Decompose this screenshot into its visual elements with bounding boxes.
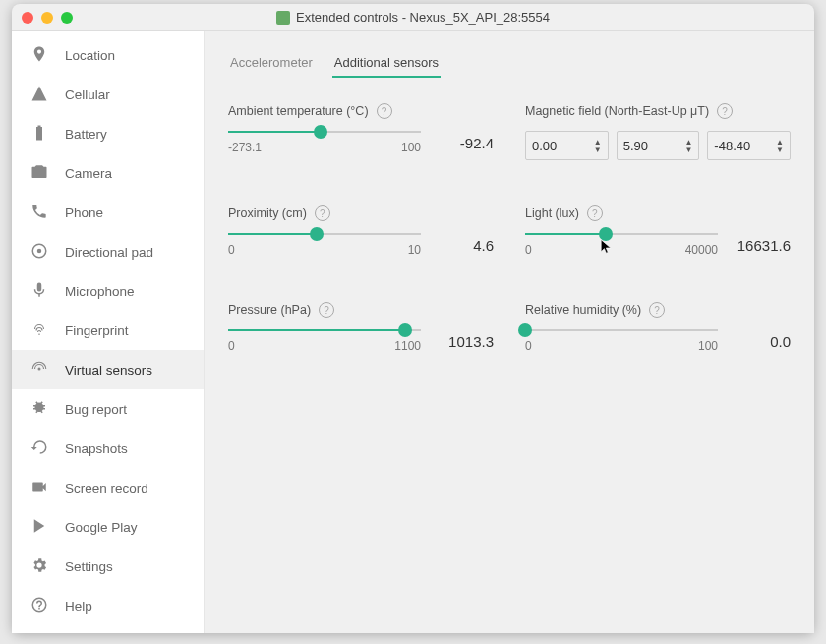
battery-icon xyxy=(30,124,49,145)
help-icon[interactable]: ? xyxy=(377,103,392,119)
snapshot-icon xyxy=(30,439,49,459)
light-value: 16631.6 xyxy=(732,237,791,254)
help-icon[interactable]: ? xyxy=(319,302,334,318)
svg-point-2 xyxy=(38,367,41,370)
camera-icon xyxy=(30,163,49,184)
tab-additional-sensors[interactable]: Additional sensors xyxy=(332,49,441,78)
sidebar-item-camera[interactable]: Camera xyxy=(12,153,204,193)
play-icon xyxy=(30,517,49,538)
proximity-label: Proximity (cm) xyxy=(228,206,307,220)
pressure-block: Pressure (hPa) ? 0 1100 xyxy=(228,302,494,353)
magnetic-field-block: Magnetic field (North-East-Up μT) ? 0.00… xyxy=(525,103,791,160)
magnetic-y-stepper[interactable]: 5.90 ▲▼ xyxy=(617,131,700,160)
light-label: Light (lux) xyxy=(525,206,579,220)
sidebar-item-record[interactable]: Screen record xyxy=(12,468,204,507)
sidebar-item-location[interactable]: Location xyxy=(12,35,204,75)
humidity-label: Relative humidity (%) xyxy=(525,303,641,317)
window-title: Extended controls - Nexus_5X_API_28:5554 xyxy=(296,10,550,25)
close-button[interactable] xyxy=(22,12,33,24)
humidity-slider[interactable] xyxy=(525,329,718,331)
sidebar-item-phone[interactable]: Phone xyxy=(12,193,204,232)
sidebar-item-sensors[interactable]: Virtual sensors xyxy=(12,350,204,389)
help-icon[interactable]: ? xyxy=(315,205,330,221)
magnetic-z-stepper[interactable]: -48.40 ▲▼ xyxy=(707,131,791,160)
sidebar-item-label: Location xyxy=(65,48,115,63)
pressure-slider[interactable] xyxy=(228,329,421,331)
pressure-value: 1013.3 xyxy=(435,333,494,350)
sidebar-item-mic[interactable]: Microphone xyxy=(12,271,204,311)
magnetic-x-stepper[interactable]: 0.00 ▲▼ xyxy=(525,131,609,160)
sidebar-item-label: Snapshots xyxy=(65,441,128,456)
ambient-temperature-label: Ambient temperature (°C) xyxy=(228,104,369,118)
svg-point-1 xyxy=(37,248,42,253)
ambient-slider[interactable] xyxy=(228,131,421,133)
sidebar-item-label: Fingerprint xyxy=(65,323,129,338)
sidebar-item-settings[interactable]: Settings xyxy=(12,547,204,586)
help-icon xyxy=(30,596,49,616)
phone-icon xyxy=(30,203,49,223)
main-panel: AccelerometerAdditional sensors Ambient … xyxy=(205,31,814,633)
humidity-value: 0.0 xyxy=(732,333,791,350)
zoom-button[interactable] xyxy=(61,12,73,24)
sidebar-item-dpad[interactable]: Directional pad xyxy=(12,232,204,271)
sidebar-item-label: Directional pad xyxy=(65,245,153,260)
minimize-button[interactable] xyxy=(41,12,53,24)
sidebar-item-label: Help xyxy=(65,599,92,614)
sidebar-item-label: Phone xyxy=(65,205,103,220)
bug-icon xyxy=(30,399,49,420)
proximity-block: Proximity (cm) ? 0 10 xyxy=(228,205,494,257)
proximity-slider[interactable] xyxy=(228,233,421,235)
proximity-value: 4.6 xyxy=(435,237,494,254)
sidebar: LocationCellularBatteryCameraPhoneDirect… xyxy=(12,31,205,633)
sidebar-item-battery[interactable]: Battery xyxy=(12,114,204,153)
sidebar-item-help[interactable]: Help xyxy=(12,586,204,625)
sidebar-item-snapshot[interactable]: Snapshots xyxy=(12,429,204,468)
sidebar-item-label: Camera xyxy=(65,166,112,181)
help-icon[interactable]: ? xyxy=(649,302,665,318)
dpad-icon xyxy=(30,242,49,263)
help-icon[interactable]: ? xyxy=(587,205,603,221)
ambient-temperature-block: Ambient temperature (°C) ? -273.1 100 xyxy=(228,103,494,160)
sidebar-item-play[interactable]: Google Play xyxy=(12,507,204,547)
sidebar-item-label: Screen record xyxy=(65,481,148,496)
location-icon xyxy=(30,45,49,66)
sidebar-item-label: Settings xyxy=(65,559,113,574)
titlebar: Extended controls - Nexus_5X_API_28:5554 xyxy=(12,4,814,31)
sidebar-item-label: Virtual sensors xyxy=(65,363,152,378)
record-icon xyxy=(30,478,49,498)
sidebar-item-label: Battery xyxy=(65,127,107,142)
pressure-label: Pressure (hPa) xyxy=(228,303,311,317)
tab-accelerometer[interactable]: Accelerometer xyxy=(228,49,315,78)
sidebar-item-bug[interactable]: Bug report xyxy=(12,389,204,429)
ambient-value: -92.4 xyxy=(435,135,494,151)
sensors-icon xyxy=(30,360,49,381)
mic-icon xyxy=(30,281,49,302)
cellular-icon xyxy=(30,85,49,105)
light-block: Light (lux) ? 0 40000 xyxy=(525,205,791,257)
app-icon xyxy=(276,11,290,25)
sidebar-item-label: Google Play xyxy=(65,520,138,535)
sidebar-item-fingerprint[interactable]: Fingerprint xyxy=(12,311,204,350)
help-icon[interactable]: ? xyxy=(717,103,733,119)
sidebar-item-label: Microphone xyxy=(65,284,135,299)
humidity-block: Relative humidity (%) ? 0 100 xyxy=(525,302,791,353)
sidebar-item-cellular[interactable]: Cellular xyxy=(12,75,204,114)
window: Extended controls - Nexus_5X_API_28:5554… xyxy=(12,4,814,633)
settings-icon xyxy=(30,556,49,577)
light-slider[interactable] xyxy=(525,233,718,235)
magnetic-field-label: Magnetic field (North-East-Up μT) xyxy=(525,104,709,118)
sidebar-item-label: Bug report xyxy=(65,402,127,417)
fingerprint-icon xyxy=(30,321,49,341)
sidebar-item-label: Cellular xyxy=(65,88,110,102)
